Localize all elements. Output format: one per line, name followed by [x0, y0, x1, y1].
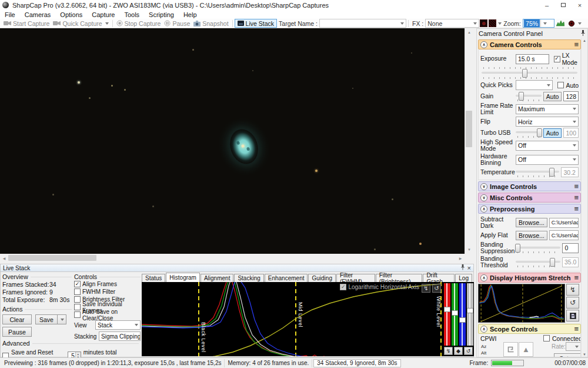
scroll-up-icon[interactable]: ▲ — [465, 28, 473, 37]
hardware-binning-dropdown[interactable]: Off — [516, 155, 579, 165]
tab-guiding[interactable]: Guiding — [308, 274, 335, 282]
menu-cameras[interactable]: Cameras — [20, 11, 56, 18]
vertical-scroll-thumb[interactable] — [466, 111, 472, 147]
menu-scripting[interactable]: Scripting — [144, 11, 179, 18]
red-level-handle[interactable] — [444, 307, 450, 312]
dark-frame-icon[interactable] — [480, 19, 487, 27]
save-button[interactable]: Save — [35, 314, 58, 324]
clear-button[interactable]: Clear — [2, 314, 32, 324]
reset-levels-button[interactable]: ↺ — [464, 347, 473, 355]
dropdown-arrow-icon[interactable] — [540, 19, 548, 27]
fwhm-filter-checkbox[interactable] — [74, 289, 81, 295]
section-menu-icon[interactable]: ≡ — [574, 194, 579, 201]
collapse-icon[interactable]: ∧ — [480, 41, 487, 48]
horizontal-scrollbar[interactable]: ◀ ▶ — [0, 254, 465, 262]
dropdown-arrow-icon[interactable] — [105, 22, 109, 25]
section-menu-icon[interactable]: ≡ — [574, 183, 579, 190]
apply-flat-path-dropdown[interactable]: C:\Users\admin\... — [549, 230, 579, 240]
vertical-scrollbar[interactable]: ▲ ▼ — [465, 28, 473, 254]
frame-rate-limit-dropdown[interactable]: Maximum — [516, 104, 579, 114]
panel-scrollbar[interactable]: ▲ ▼ — [581, 38, 587, 357]
exposure-slider-thumb[interactable] — [522, 69, 527, 78]
camera-preview-viewport[interactable] — [0, 28, 465, 254]
section-display-histogram-stretch[interactable]: ∧ Display Histogram Stretch ≡ — [478, 273, 581, 283]
exposure-input[interactable]: 15.0 s — [516, 54, 549, 64]
exposure-slider[interactable] — [482, 67, 577, 79]
auto-stretch-button[interactable]: ↯ — [566, 284, 579, 296]
brightness-filter-checkbox[interactable] — [74, 296, 81, 303]
live-stack-header[interactable]: Live Stack × — [1, 264, 473, 272]
turbo-auto-button[interactable]: Auto — [543, 128, 562, 138]
exposure-auto-checkbox[interactable] — [557, 82, 564, 88]
section-preprocessing[interactable]: ∧ Preprocessing ≡ — [478, 204, 581, 214]
pin-icon[interactable] — [580, 30, 586, 38]
section-menu-icon[interactable]: ≡ — [574, 205, 579, 213]
tab-filter-fwhm[interactable]: Filter (FWHM) — [336, 274, 375, 282]
tab-enhancement[interactable]: Enhancement — [265, 274, 308, 282]
gain-slider[interactable] — [516, 91, 542, 101]
save-stretch-button[interactable] — [566, 310, 579, 321]
green-level-slider[interactable] — [452, 283, 458, 346]
close-icon[interactable]: × — [467, 264, 471, 271]
high-speed-mode-dropdown[interactable]: Off — [516, 141, 579, 151]
blue-level-handle[interactable] — [459, 317, 466, 323]
tab-drift-graph[interactable]: Drift Graph — [423, 274, 455, 282]
view-dropdown[interactable]: Stack — [95, 320, 141, 330]
setup-button[interactable]: Setup — [554, 353, 581, 357]
tab-histogram[interactable]: Histogram — [166, 273, 200, 282]
slew-up-button[interactable]: ▲ — [519, 342, 533, 357]
flat-frame-icon[interactable] — [489, 19, 496, 27]
section-scope-controls[interactable]: ∧ Scope Controls ≡ — [478, 324, 581, 334]
flip-dropdown[interactable]: Horiz — [516, 117, 579, 127]
gain-auto-button[interactable]: Auto — [543, 92, 562, 101]
menu-options[interactable]: Options — [55, 11, 87, 18]
fx-combobox[interactable]: None — [425, 19, 479, 28]
auto-levels-button[interactable]: ↯ — [444, 347, 453, 355]
reticle-tool-button[interactable] — [566, 19, 583, 28]
scroll-down-icon[interactable]: ▼ — [465, 246, 473, 254]
scope-connected-checkbox[interactable] — [543, 335, 550, 342]
align-frames-checkbox[interactable] — [74, 281, 81, 287]
turbo-usb-slider[interactable] — [516, 128, 542, 138]
section-image-controls[interactable]: ∨ Image Controls ≡ — [478, 181, 581, 191]
reset-stretch-button[interactable]: ↺ — [566, 297, 579, 309]
section-menu-icon[interactable]: ≡ — [574, 41, 579, 48]
expand-icon[interactable]: ∨ — [480, 183, 487, 190]
menu-file[interactable]: File — [0, 11, 20, 18]
minimize-button[interactable]: – — [539, 0, 555, 10]
stop-capture-button[interactable]: Stop Capture — [115, 19, 163, 28]
maximize-button[interactable] — [555, 0, 572, 10]
pin-icon[interactable] — [460, 264, 465, 271]
log-axis-option[interactable]: Logarithmic Horizontal Axis — [340, 284, 419, 290]
tab-status[interactable]: Status — [142, 274, 165, 282]
stack-reset-stretch-button[interactable]: ↺ — [432, 284, 441, 293]
save-individual-frames-checkbox[interactable] — [74, 304, 81, 310]
gain-value-input[interactable]: 128 — [563, 91, 579, 101]
collapse-icon[interactable]: ∧ — [480, 274, 487, 281]
close-button[interactable]: × — [572, 0, 588, 10]
section-menu-icon[interactable]: ≡ — [574, 274, 579, 281]
midtone-button[interactable]: ◆ — [454, 347, 463, 355]
histogram-tool-button[interactable] — [554, 19, 566, 28]
section-camera-controls[interactable]: ∧ Camera Controls ≡ — [478, 39, 581, 49]
log-axis-checkbox[interactable] — [340, 284, 346, 290]
menu-capture[interactable]: Capture — [87, 11, 119, 18]
quick-picks-dropdown[interactable] — [516, 80, 553, 90]
spiral-search-button[interactable] — [503, 342, 518, 357]
scroll-left-icon[interactable]: ◀ — [0, 254, 8, 262]
banding-suppression-slider[interactable] — [516, 243, 560, 253]
pause-button[interactable]: Pause — [162, 19, 192, 28]
pause-stack-button[interactable]: Pause — [2, 327, 32, 337]
subtract-dark-browse-button[interactable]: Browse... — [516, 218, 547, 227]
snapshot-button[interactable]: Snapshot — [192, 19, 230, 28]
subtract-dark-path-dropdown[interactable]: C:\Users\admin\... — [549, 218, 579, 228]
banding-suppression-thumb[interactable] — [515, 244, 520, 253]
banding-suppression-input[interactable]: 0 — [562, 243, 579, 253]
tab-alignment[interactable]: Alignment — [201, 274, 233, 282]
lx-mode-checkbox[interactable] — [554, 56, 560, 62]
auto-save-checkbox[interactable] — [74, 311, 81, 318]
expand-icon[interactable]: ∨ — [480, 194, 487, 201]
display-histogram-graph[interactable] — [478, 284, 565, 323]
menu-help[interactable]: Help — [179, 11, 202, 18]
collapse-icon[interactable]: ∧ — [480, 205, 487, 213]
